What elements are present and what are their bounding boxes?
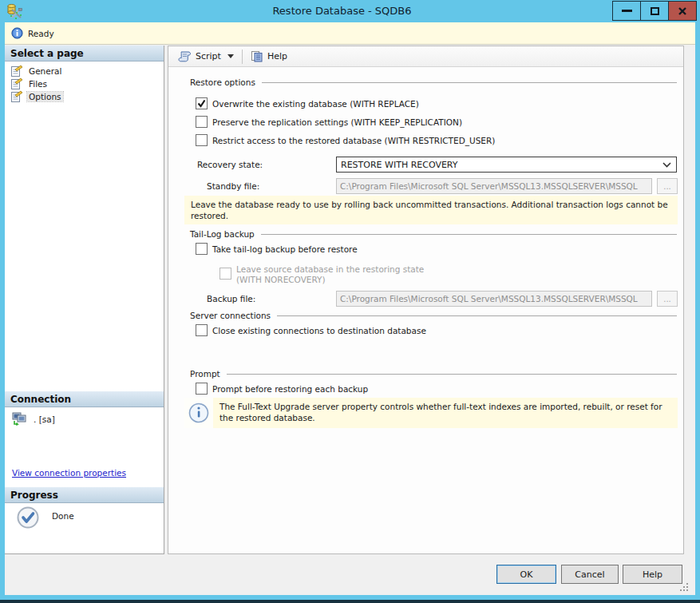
script-button[interactable]: Script — [173, 49, 239, 64]
prompt-group-header: Prompt — [190, 369, 677, 379]
script-dropdown-caret-icon — [227, 54, 234, 58]
checkbox-unchecked — [196, 383, 208, 395]
close-button[interactable] — [668, 1, 697, 21]
page-list: General Files Options — [5, 61, 164, 103]
connection-value: . [sa] — [34, 415, 55, 424]
close-existing-connections-checkbox[interactable]: Close existing connections to destinatio… — [196, 324, 426, 336]
restrict-access-checkbox[interactable]: Restrict access to the restored database… — [196, 134, 495, 146]
check-icon — [197, 99, 206, 108]
script-label: Script — [196, 51, 221, 61]
sidebar-item-general[interactable]: General — [5, 65, 164, 77]
ok-button[interactable]: OK — [496, 565, 556, 584]
take-tail-log-backup-checkbox[interactable]: Take tail-log backup before restore — [196, 243, 358, 255]
help-button[interactable]: Help — [246, 49, 292, 64]
checkbox-unchecked — [196, 134, 208, 146]
standby-file-label: Standby file: — [207, 181, 259, 191]
sidebar: Select a page General Files Options Conn… — [5, 46, 164, 554]
maximize-button[interactable] — [640, 1, 669, 21]
progress-status: Done — [52, 511, 74, 521]
overwrite-existing-database-checkbox[interactable]: Overwrite the existing database (WITH RE… — [196, 97, 419, 109]
checkbox-unchecked — [196, 324, 208, 336]
close-icon — [678, 6, 687, 16]
minimize-button[interactable] — [612, 1, 641, 21]
progress-row: Done — [17, 506, 74, 529]
fulltext-upgrade-note: The Full-Text Upgrade server property co… — [184, 398, 678, 428]
backup-file-label: Backup file: — [207, 294, 255, 303]
restore-options-group-header: Restore options — [190, 77, 677, 87]
recovery-state-combobox[interactable]: RESTORE WITH RECOVERY — [336, 157, 677, 173]
sidebar-item-files[interactable]: Files — [5, 77, 164, 90]
prompt-before-restoring-checkbox[interactable]: Prompt before restoring each backup — [196, 383, 368, 395]
status-text: Ready — [28, 29, 54, 38]
footer: OK Cancel Help — [5, 554, 695, 595]
resize-grip[interactable] — [680, 583, 688, 591]
info-icon — [11, 27, 23, 39]
sidebar-item-label: Options — [27, 92, 63, 101]
progress-header: Progress — [5, 487, 164, 503]
recovery-state-value: RESTORE WITH RECOVERY — [341, 160, 458, 170]
restore-database-dialog: Restore Database - SQDB6 Ready Select a … — [0, 0, 700, 603]
minimize-icon — [622, 10, 632, 12]
standby-file-field: C:\Program Files\Microsoft SQL Server\MS… — [336, 178, 652, 194]
toolbar-separator — [242, 50, 243, 64]
select-a-page-header: Select a page — [5, 46, 164, 61]
standby-file-browse-button: ... — [657, 178, 678, 194]
checkbox-disabled — [219, 268, 231, 280]
restore-database-app-icon — [6, 3, 24, 19]
title-bar[interactable]: Restore Database - SQDB6 — [0, 0, 700, 22]
maximize-icon — [651, 7, 659, 15]
checkbox-unchecked — [196, 243, 208, 255]
sidebar-item-label: Files — [27, 79, 49, 89]
main-panel: Script Help Restore options — [168, 46, 684, 554]
sidebar-item-label: General — [27, 66, 63, 76]
backup-file-browse-button: ... — [657, 291, 678, 307]
server-connection-icon — [12, 412, 27, 426]
help-label: Help — [267, 51, 287, 61]
leave-source-database-checkbox: Leave source database in the restoring s… — [219, 264, 424, 285]
window-bottom-edge — [0, 600, 700, 603]
script-icon — [178, 50, 192, 62]
connection-row: . [sa] — [12, 412, 55, 426]
page-icon — [10, 65, 23, 77]
cancel-button[interactable]: Cancel — [561, 565, 619, 584]
fulltext-note-text: The Full-Text Upgrade server property co… — [213, 398, 678, 428]
status-bar: Ready — [5, 22, 695, 45]
help-icon — [251, 50, 263, 62]
toolbar: Script Help — [168, 46, 683, 67]
preserve-replication-settings-checkbox[interactable]: Preserve the replication settings (WITH … — [196, 116, 462, 128]
recovery-state-note: Leave the database ready to use by rolli… — [184, 196, 678, 224]
server-connections-group-header: Server connections — [190, 311, 677, 320]
done-check-icon — [17, 506, 39, 529]
combobox-chevron-icon — [662, 162, 671, 168]
help-footer-button[interactable]: Help — [623, 565, 682, 584]
page-icon — [10, 77, 23, 90]
page-icon — [10, 90, 23, 103]
recovery-state-label: Recovery state: — [197, 160, 263, 169]
options-page-content: Restore options Overwrite the existing d… — [168, 67, 683, 553]
tail-log-backup-group-header: Tail-Log backup — [190, 229, 677, 239]
sidebar-item-options[interactable]: Options — [5, 90, 164, 103]
checkbox-unchecked — [196, 116, 208, 128]
window-title: Restore Database - SQDB6 — [80, 5, 604, 17]
connection-header: Connection — [5, 391, 164, 407]
view-connection-properties-link[interactable]: View connection properties — [12, 468, 126, 478]
info-circle-icon — [188, 403, 209, 423]
backup-file-field: C:\Program Files\Microsoft SQL Server\MS… — [336, 291, 652, 307]
checkbox-checked — [196, 97, 208, 109]
